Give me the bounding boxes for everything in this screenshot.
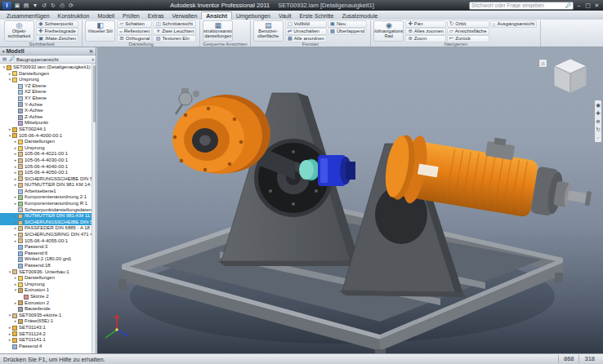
open-file-icon[interactable]: ▤ [22,2,30,10]
tree-item[interactable]: ▾SET00936- Unterbau:1 [0,269,96,276]
tree-item[interactable]: ▸SICHERUNGSSCHEIBE DIN 5406 MB14:1 [0,176,96,183]
schnittansicht-button[interactable]: ◫Schnittansicht [153,20,196,28]
alles-zoomen-button[interactable]: ⊕Alles zoomen [405,28,445,35]
zoom-icon[interactable]: ⊕ [595,118,601,125]
inventor-logo[interactable]: I [2,2,11,10]
tree-item[interactable]: ▸105-06-4-4050-00:1 [0,170,96,176]
tree-item[interactable]: ▸SET01143:1 [0,325,96,331]
scrollbar-thumb[interactable] [93,65,96,122]
visueller-stil-button[interactable]: ◧Visueller Stil [85,20,115,42]
neu-button[interactable]: ▣Neu [328,20,368,28]
tree-item[interactable]: Skizze 2 [0,294,96,300]
tree-item[interactable]: YZ Ebene [0,83,96,90]
tree-item[interactable]: ▸Darstellungen [0,275,96,282]
freiheitsgrade-button[interactable]: ✚Freiheitsgrade [36,28,78,35]
benutzeroberflaeche-button[interactable]: ▤Benutzer- oberfläche [253,20,284,42]
tree-item[interactable]: X-Achse [0,108,96,114]
tree-item[interactable]: ▸Darstellungen [0,139,96,145]
tree-item[interactable]: ▾Extrusion 1 [0,287,96,294]
tree-item[interactable]: ▸SICHERUNGSRING DIN 471 45x1,75:1 [0,232,96,238]
überlappend-button[interactable]: ▩Überlappend [328,28,368,35]
tab-prüfen[interactable]: Prüfen [118,12,144,20]
tree-item[interactable]: ▸SICHERUNGSSCHEIBE DIN 5406-MB11:1 (...) [0,220,96,226]
viewport-3d-scene[interactable] [97,47,603,353]
search-icon[interactable]: 🔎 [565,2,572,8]
tab-verwalten[interactable]: Verwalten [168,12,202,20]
tree-item[interactable]: Z-Achse [0,114,96,121]
orbit-button[interactable]: ↻Orbit [447,20,489,28]
tab-erste-schritte[interactable]: Erste Schritte [295,12,337,20]
print-icon[interactable]: ⎙ [58,2,66,10]
tab-konstruktion[interactable]: Konstruktion [54,12,94,20]
tab-zusatzmodule[interactable]: Zusatzmodule [337,12,382,20]
help-search-input[interactable]: Stichwort oder Frage eingeben 🔎 [469,2,574,10]
konstruktionsansichtsdarstellungen-button[interactable]: ▦Konstruktionsansichts- darstellungen [203,20,233,42]
tree-item[interactable]: ▸Ursprung [0,282,96,288]
redo-icon[interactable]: ↻ [49,2,57,10]
vollnavigations-rad-button[interactable]: ◉Vollnavigations- Rad [373,20,404,42]
tree-scrollbar[interactable] [92,64,96,353]
tree-item[interactable]: ▸Komponentenanordnung R:1 [0,201,96,207]
objektsichtbarkeit-button[interactable]: ◎Objekt- sichtbarkeit [4,20,34,42]
new-file-icon[interactable]: ▣ [13,2,21,10]
tab-umgebungen[interactable]: Umgebungen [232,12,275,20]
tree-item[interactable]: ▾105-06-4-4000-00:1 [0,133,96,140]
pan-button[interactable]: ✚Pan [405,20,445,28]
schatten-button[interactable]: ▱Schatten [117,20,152,28]
ansichtsfläche-button[interactable]: ▱Ansichtsfläche [447,28,489,35]
tab-zusammenfügen[interactable]: Zusammenfügen [2,12,54,20]
tab-ansicht[interactable]: Ansicht [201,11,232,20]
tree-item[interactable]: ▸105-06-4-4030-00:1 [0,158,96,164]
vollbild-button[interactable]: ▢Vollbild [285,20,327,28]
tree-item[interactable]: ▸Komponentenanordnung 2:1 [0,194,96,201]
tree-item[interactable]: Schwerpunktdarstellungsdaten [0,207,96,214]
tree-item[interactable]: ▸Extrusion 2 [0,300,96,307]
orbit-icon[interactable]: ↻ [595,126,601,133]
tree-item[interactable]: Passend:18 [0,263,96,269]
tab-modell[interactable]: Modell [93,12,118,20]
close-button[interactable]: ✕ [593,2,601,10]
tree-item[interactable]: Winkel:2 (180,00 grd) [0,256,96,263]
tree-item[interactable]: Passend:4 [0,344,96,350]
minimize-button[interactable]: – [575,2,583,10]
tree-item[interactable]: ▸SET00244:1 [0,127,96,133]
viewport-3d[interactable]: ⌂ ◉✚⊕↻◦ [97,47,603,353]
tree-item[interactable]: ▾Ursprung [0,77,96,83]
tree-item[interactable]: XZ Ebene [0,89,96,95]
tree-item[interactable]: Passend:6 [0,251,96,257]
tree-item[interactable]: XY Ebene [0,95,96,102]
tree-item[interactable]: ▾SET00932.iam (Detailgenauigkeit1) [0,64,96,71]
tree-item[interactable]: Passend:3 [0,244,96,251]
zwei-leuchten-button[interactable]: ☀Zwei Leuchten [153,28,196,35]
tree-item[interactable]: Y-Achse [0,102,96,109]
tree-item[interactable]: ▸Ursprung [0,145,96,152]
viewcube[interactable] [549,55,592,96]
browser-header[interactable]: ▾ Modell ✕ [0,47,96,55]
home-view-icon[interactable]: ⌂ [538,59,547,68]
tree-item[interactable]: Bauteilende [0,306,96,313]
ausgangsansicht-button[interactable]: ⌂Ausgangsansicht [490,20,538,28]
tree-item[interactable]: ▸Fräse(65E):1 [0,318,96,325]
tab-extras[interactable]: Extras [144,12,168,20]
save-icon[interactable]: ▼ [31,2,39,10]
full-navigation-wheel-icon[interactable]: ◉ [595,101,601,109]
tree-item[interactable]: ▸SET01124:2 [0,331,96,338]
view-representation-select[interactable]: Baugruppenansicht [16,57,90,62]
tree-item[interactable]: ▾SET00935-ekizze:1 [0,313,96,319]
tree-item[interactable]: ▸PASSFEDER DIN 6885 - A 18 x 11 x 100:1 [0,225,96,232]
reflexionen-button[interactable]: ≈Reflexionen [117,28,152,35]
umschalten-button[interactable]: ⇄Umschalten [285,28,327,35]
browser-close-icon[interactable]: ✕ [89,48,93,54]
pan-icon[interactable]: ✚ [595,109,601,117]
tree-item[interactable]: Mittelpunkt [0,120,96,127]
tree-item[interactable]: Arbeitsebene1 [0,189,96,195]
tree-item[interactable]: ▸SET01141:1 [0,337,96,344]
tree-item[interactable]: ▸Darstellungen [0,71,96,78]
update-icon[interactable]: ⟳ [67,2,75,10]
search-tree-icon[interactable]: 🔎 [9,56,15,62]
tree-item[interactable]: ▸NUTMUTTER DIN 981 KM 14:1 [0,182,96,189]
schwerpunkt-button[interactable]: ◉Schwerpunkt [36,20,78,28]
maximize-button[interactable]: ▢ [584,2,592,10]
tree-item[interactable]: ▸105-06-4-4040-00:1 [0,164,96,171]
tree-item[interactable]: ▸105-06-4-4021-00:1 [0,151,96,158]
